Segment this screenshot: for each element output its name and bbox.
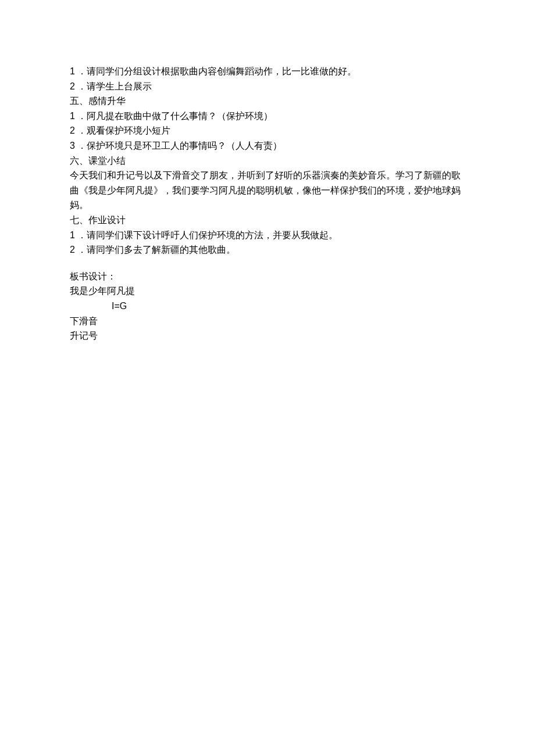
list-item: 1 ．阿凡提在歌曲中做了什么事情？（保护环境） xyxy=(70,109,465,124)
list-item: 2 ．请同学们多去了解新疆的其他歌曲。 xyxy=(70,242,465,257)
item-number: 2 xyxy=(70,126,75,135)
item-text: ．阿凡提在歌曲中做了什么事情？（保护环境） xyxy=(75,111,273,121)
item-number: 3 xyxy=(70,141,75,151)
item-number: 2 xyxy=(70,245,75,255)
list-item: 2 ．请学生上台展示 xyxy=(70,79,465,94)
item-text: ．请同学们多去了解新疆的其他歌曲。 xyxy=(75,245,236,255)
item-number: 2 xyxy=(70,81,75,91)
item-number: 1 xyxy=(70,111,75,121)
item-number: 1 xyxy=(70,66,75,76)
section-heading: 五、感情升华 xyxy=(70,94,465,109)
item-text: ．请同学们课下设计呼吁人们保护环境的方法，并要从我做起。 xyxy=(75,230,338,240)
board-design-heading: 板书设计： xyxy=(70,269,465,284)
list-item: 1 ．请同学们分组设计根据歌曲内容创编舞蹈动作，比一比谁做的好。 xyxy=(70,64,465,79)
item-text: ．观看保护环境小短片 xyxy=(75,126,170,135)
list-item: 3 ．保护环境只是环卫工人的事情吗？（人人有责） xyxy=(70,138,465,153)
section-heading: 七、作业设计 xyxy=(70,213,465,228)
paragraph: 今天我们和升记号以及下滑音交了朋友，并听到了好听的乐器演奏的美妙音乐。学习了新疆… xyxy=(70,168,465,213)
section-heading: 六、课堂小结 xyxy=(70,153,465,169)
board-design-term: 升记号 xyxy=(70,328,465,343)
document-page: 1 ．请同学们分组设计根据歌曲内容创编舞蹈动作，比一比谁做的好。 2 ．请学生上… xyxy=(0,0,535,756)
board-design-term: 下滑音 xyxy=(70,314,465,329)
board-design-notation: I=G xyxy=(70,299,465,314)
item-text: ．请学生上台展示 xyxy=(75,81,152,91)
list-item: 2 ．观看保护环境小短片 xyxy=(70,123,465,138)
item-text: ．保护环境只是环卫工人的事情吗？（人人有责） xyxy=(75,141,282,151)
board-design-title: 我是少年阿凡提 xyxy=(70,284,465,299)
item-text: ．请同学们分组设计根据歌曲内容创编舞蹈动作，比一比谁做的好。 xyxy=(75,66,356,76)
list-item: 1 ．请同学们课下设计呼吁人们保护环境的方法，并要从我做起。 xyxy=(70,228,465,243)
item-number: 1 xyxy=(70,230,75,240)
spacer xyxy=(70,257,465,269)
